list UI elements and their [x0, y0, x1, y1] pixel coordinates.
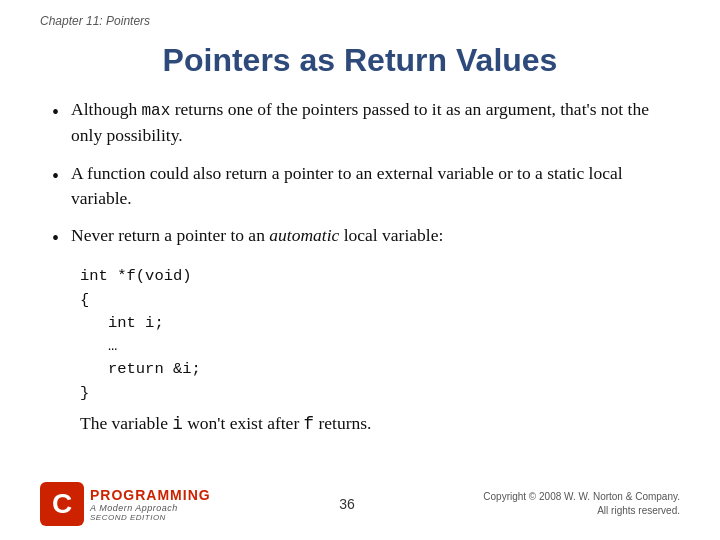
code-max: max — [142, 102, 171, 120]
logo-text: PROGRAMMING A Modern Approach SECOND EDI… — [90, 487, 211, 522]
copyright-line2: All rights reserved. — [483, 504, 680, 518]
footer: C PROGRAMMING A Modern Approach SECOND E… — [0, 482, 720, 526]
bullet-text: Never return a pointer to an automatic l… — [71, 223, 668, 248]
logo: C PROGRAMMING A Modern Approach SECOND E… — [40, 482, 211, 526]
code-block: int *f(void) { int i; … return &i; } — [80, 265, 668, 405]
code-line-6: } — [80, 382, 668, 405]
bullet-dot: • — [52, 98, 59, 127]
closing-text-after: returns. — [314, 413, 371, 433]
code-line-5: return &i; — [80, 358, 668, 381]
list-item: • Although max returns one of the pointe… — [52, 97, 668, 149]
italic-automatic: automatic — [269, 225, 339, 245]
list-item: • Never return a pointer to an automatic… — [52, 223, 668, 253]
code-line-1: int *f(void) — [80, 265, 668, 288]
logo-edition: SECOND EDITION — [90, 513, 211, 522]
code-line-2: { — [80, 289, 668, 312]
logo-c-letter: C — [52, 488, 72, 520]
list-item: • A function could also return a pointer… — [52, 161, 668, 212]
bullet-dot: • — [52, 224, 59, 253]
closing-text-middle: won't exist after — [183, 413, 304, 433]
chapter-label: Chapter 11: Pointers — [40, 14, 150, 28]
copyright-line1: Copyright © 2008 W. W. Norton & Company. — [483, 490, 680, 504]
copyright: Copyright © 2008 W. W. Norton & Company.… — [483, 490, 680, 518]
closing-text-before: The variable — [80, 413, 172, 433]
closing-var-i: i — [172, 414, 183, 434]
code-line-3: int i; — [80, 312, 668, 335]
closing-var-f: f — [304, 414, 315, 434]
slide: Chapter 11: Pointers Pointers as Return … — [0, 0, 720, 540]
page-number: 36 — [211, 496, 484, 512]
bullet-text: Although max returns one of the pointers… — [71, 97, 668, 149]
bullet-text: A function could also return a pointer t… — [71, 161, 668, 212]
code-line-4: … — [80, 335, 668, 358]
logo-subtitle: A Modern Approach — [90, 503, 211, 513]
bullet-list: • Although max returns one of the pointe… — [52, 97, 668, 253]
bullet-dot: • — [52, 162, 59, 191]
content-area: • Although max returns one of the pointe… — [0, 97, 720, 436]
logo-programming: PROGRAMMING — [90, 487, 211, 503]
logo-c-box: C — [40, 482, 84, 526]
closing-line: The variable i won't exist after f retur… — [80, 411, 668, 437]
